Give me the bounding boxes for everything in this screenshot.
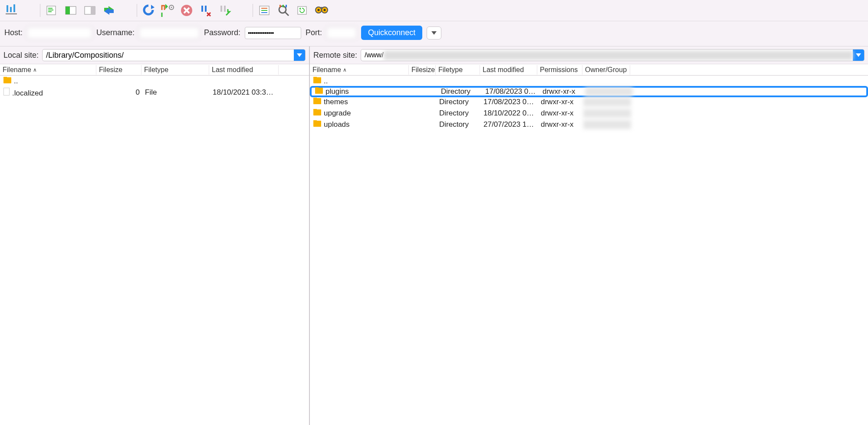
- filename-cell: plugins: [326, 87, 349, 96]
- password-input[interactable]: [245, 27, 301, 39]
- filetype-cell: Directory: [438, 87, 483, 96]
- toggle-queue-icon[interactable]: [101, 3, 117, 18]
- list-item[interactable]: ..: [310, 76, 868, 87]
- username-label: Username:: [96, 28, 135, 37]
- svg-rect-28: [298, 7, 306, 14]
- remote-header-filename[interactable]: Filename∧: [310, 65, 409, 75]
- svg-rect-9: [66, 7, 70, 14]
- svg-rect-17: [220, 6, 222, 12]
- svg-rect-27: [286, 5, 287, 7]
- username-input[interactable]: [139, 27, 200, 39]
- host-label: Host:: [4, 28, 23, 37]
- local-site-label: Local site:: [3, 51, 39, 60]
- filetype-cell: Directory: [437, 109, 481, 118]
- local-path-combo[interactable]: [42, 49, 306, 61]
- modified-cell: 18/10/2022 0…: [481, 109, 538, 118]
- filelist-filter-icon[interactable]: [256, 3, 272, 18]
- list-item[interactable]: .localized 0 File 18/10/2021 03:3…: [0, 87, 309, 98]
- list-item-plugins[interactable]: plugins Directory 17/08/2023 0… drwxr-xr…: [310, 86, 868, 97]
- port-label: Port:: [306, 28, 322, 37]
- owner-cell: xxxxxxxxx: [583, 98, 631, 106]
- find-icon[interactable]: [314, 3, 329, 18]
- permissions-cell: drwxr-xr-x: [538, 120, 583, 129]
- remote-path-prefix: /www/: [361, 51, 384, 59]
- svg-line-24: [285, 12, 289, 16]
- modified-cell: 27/07/2023 1…: [481, 120, 538, 129]
- local-header-modified[interactable]: Last modified: [209, 65, 279, 75]
- svg-rect-18: [224, 6, 226, 12]
- directory-compare-icon[interactable]: [276, 3, 291, 18]
- toggle-remote-tree-icon[interactable]: [82, 3, 98, 18]
- local-header-filetype[interactable]: Filetype: [141, 65, 209, 75]
- remote-path-dropdown-icon[interactable]: [853, 49, 864, 61]
- list-item[interactable]: uploads Directory 27/07/2023 1… drwxr-xr…: [310, 119, 868, 130]
- permissions-cell: drwxr-xr-x: [538, 109, 583, 118]
- local-header-filesize[interactable]: Filesize: [96, 65, 141, 75]
- toggle-local-tree-icon[interactable]: [63, 3, 79, 18]
- local-path-input[interactable]: [43, 51, 294, 60]
- sort-asc-icon: ∧: [33, 67, 37, 73]
- refresh-icon[interactable]: [141, 3, 156, 18]
- remote-header-filesize[interactable]: Filesize: [409, 65, 436, 75]
- svg-rect-0: [7, 5, 8, 12]
- folder-icon: [315, 88, 323, 94]
- list-item[interactable]: themes Directory 17/08/2023 0… drwxr-xr-…: [310, 96, 868, 108]
- svg-rect-25: [279, 5, 281, 7]
- svg-point-31: [318, 9, 320, 11]
- svg-point-13: [171, 7, 172, 8]
- remote-file-list[interactable]: .. plugins Directory 17/08/2023 0… drwxr…: [310, 76, 868, 425]
- owner-cell: xxxxxxxxx: [583, 109, 631, 118]
- filename-cell: uploads: [324, 120, 350, 128]
- sync-browse-icon[interactable]: [295, 3, 310, 18]
- modified-cell: 18/10/2021 03:3…: [210, 88, 279, 97]
- svg-rect-11: [91, 7, 95, 14]
- local-column-headers: Filename∧ Filesize Filetype Last modifie…: [0, 64, 309, 76]
- filetype-cell: Directory: [437, 98, 481, 106]
- filename-cell: upgrade: [324, 109, 351, 117]
- local-path-dropdown-icon[interactable]: [294, 49, 305, 61]
- folder-icon: [313, 98, 321, 104]
- filename-cell: ..: [324, 77, 328, 85]
- remote-header-permissions[interactable]: Permissions: [537, 65, 582, 75]
- modified-cell: 17/08/2023 0…: [481, 98, 538, 106]
- svg-rect-2: [13, 4, 15, 12]
- disconnect-icon[interactable]: [198, 3, 214, 18]
- svg-rect-1: [10, 7, 12, 12]
- remote-path-combo[interactable]: /www/: [361, 49, 865, 61]
- quickconnect-button[interactable]: Quickconnect: [361, 26, 422, 40]
- port-input[interactable]: [326, 27, 357, 39]
- folder-icon: [3, 77, 11, 83]
- quickconnect-history-button[interactable]: [427, 26, 441, 40]
- folder-icon: [313, 77, 321, 83]
- host-input[interactable]: [27, 27, 92, 39]
- permissions-cell: drwxr-xr-x: [538, 98, 583, 106]
- folder-icon: [313, 121, 321, 127]
- svg-rect-15: [201, 6, 203, 12]
- remote-pane: Remote site: /www/ Filename∧ Filesize Fi…: [310, 46, 868, 425]
- svg-rect-16: [205, 6, 207, 12]
- process-queue-icon[interactable]: [160, 3, 175, 18]
- local-file-list[interactable]: .. .localized 0 File 18/10/2021 03:3…: [0, 76, 309, 425]
- remote-path-input[interactable]: [384, 51, 853, 60]
- toggle-log-icon[interactable]: [44, 3, 59, 18]
- file-icon: [3, 88, 10, 96]
- list-item[interactable]: upgrade Directory 18/10/2022 0… drwxr-xr…: [310, 108, 868, 119]
- reconnect-icon[interactable]: [217, 3, 233, 18]
- cancel-icon[interactable]: [179, 3, 194, 18]
- filetype-cell: Directory: [437, 120, 481, 129]
- filesize-cell: 0: [97, 88, 142, 97]
- remote-header-filetype[interactable]: Filetype: [436, 65, 480, 75]
- svg-rect-6: [48, 10, 53, 10]
- password-label: Password:: [204, 28, 240, 37]
- owner-cell: xxxxxxxxx: [585, 87, 633, 96]
- folder-icon: [313, 109, 321, 115]
- svg-rect-7: [48, 11, 52, 12]
- svg-rect-26: [283, 5, 284, 7]
- remote-header-owner[interactable]: Owner/Group: [582, 65, 630, 75]
- list-item[interactable]: ..: [0, 76, 309, 87]
- filename-cell: .localized: [12, 89, 43, 97]
- local-header-filename[interactable]: Filename∧: [0, 65, 96, 75]
- remote-header-modified[interactable]: Last modified: [480, 65, 537, 75]
- site-manager-icon[interactable]: [4, 3, 20, 18]
- svg-point-32: [324, 9, 326, 11]
